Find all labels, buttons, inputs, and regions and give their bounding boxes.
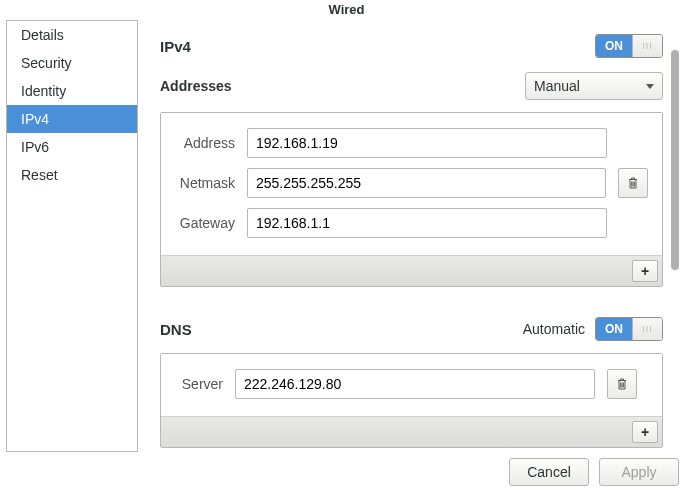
sidebar-item-ipv4[interactable]: IPv4 bbox=[7, 105, 137, 133]
ipv4-toggle[interactable]: ON III bbox=[595, 34, 663, 58]
delete-dns-button[interactable] bbox=[607, 369, 637, 399]
add-dns-button[interactable]: + bbox=[632, 421, 658, 443]
action-bar: Cancel Apply bbox=[0, 452, 693, 492]
address-input[interactable] bbox=[247, 128, 607, 158]
sidebar-item-security[interactable]: Security bbox=[7, 49, 137, 77]
dns-toggle-label: ON bbox=[596, 318, 632, 340]
cancel-button[interactable]: Cancel bbox=[509, 458, 589, 486]
sidebar-item-details[interactable]: Details bbox=[7, 21, 137, 49]
sidebar-item-ipv6[interactable]: IPv6 bbox=[7, 133, 137, 161]
apply-button[interactable]: Apply bbox=[599, 458, 679, 486]
gateway-label: Gateway bbox=[175, 215, 235, 231]
add-address-button[interactable]: + bbox=[632, 260, 658, 282]
window-title: Wired bbox=[0, 0, 693, 20]
ipv4-title: IPv4 bbox=[160, 38, 191, 55]
sidebar: Details Security Identity IPv4 IPv6 Rese… bbox=[6, 20, 138, 452]
toggle-knob-icon: III bbox=[632, 318, 662, 340]
trash-icon bbox=[626, 176, 640, 190]
dns-server-input[interactable] bbox=[235, 369, 595, 399]
scrollbar[interactable] bbox=[671, 50, 681, 350]
addresses-mode-dropdown[interactable]: Manual bbox=[525, 72, 663, 100]
gateway-input[interactable] bbox=[247, 208, 607, 238]
sidebar-item-reset[interactable]: Reset bbox=[7, 161, 137, 189]
addresses-panel: Address Netmask Gateway bbox=[160, 112, 663, 287]
addresses-mode-value: Manual bbox=[534, 78, 580, 94]
toggle-knob-icon: III bbox=[632, 35, 662, 57]
dns-automatic-toggle[interactable]: ON III bbox=[595, 317, 663, 341]
trash-icon bbox=[615, 377, 629, 391]
chevron-down-icon bbox=[646, 84, 654, 89]
main-panel: IPv4 ON III Addresses Manual Address bbox=[138, 20, 689, 452]
scrollbar-thumb[interactable] bbox=[671, 50, 679, 270]
netmask-input[interactable] bbox=[247, 168, 606, 198]
ipv4-toggle-label: ON bbox=[596, 35, 632, 57]
dns-title: DNS bbox=[160, 321, 192, 338]
dns-panel: Server + bbox=[160, 353, 663, 448]
delete-address-button[interactable] bbox=[618, 168, 648, 198]
address-label: Address bbox=[175, 135, 235, 151]
sidebar-item-identity[interactable]: Identity bbox=[7, 77, 137, 105]
netmask-label: Netmask bbox=[175, 175, 235, 191]
dns-automatic-label: Automatic bbox=[523, 321, 585, 337]
addresses-title: Addresses bbox=[160, 78, 232, 94]
dns-server-label: Server bbox=[175, 376, 223, 392]
